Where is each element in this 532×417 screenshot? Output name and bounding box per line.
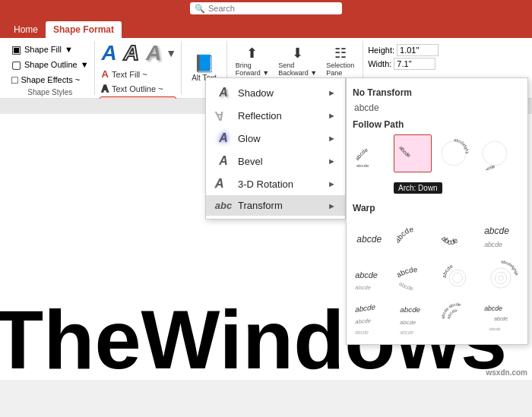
svg-text:abcde: abcde [484, 241, 502, 248]
warp-item-4[interactable]: abcde abcde [482, 218, 520, 256]
svg-point-17 [449, 270, 466, 286]
text-fill-icon: A [102, 68, 109, 80]
glow-icon: A [215, 131, 232, 145]
shape-effects-icon: □ [11, 74, 17, 86]
svg-point-6 [483, 141, 507, 166]
svg-point-4 [442, 141, 466, 166]
svg-point-20 [490, 268, 510, 288]
shadow-icon: A [215, 86, 232, 100]
shape-fill-icon: ▣ [11, 43, 21, 55]
send-backward-icon: ⬇ [292, 45, 303, 62]
svg-text:abcde: abcde [356, 234, 382, 245]
follow-path-grid: abcde abcde abcde abcdefghij [353, 134, 521, 172]
wordart-letter-a3[interactable]: A [144, 41, 163, 65]
alt-text-icon: 📘 [194, 54, 214, 74]
warp-item-1[interactable]: abcde [353, 218, 391, 256]
svg-text:abcde: abcde [442, 263, 454, 278]
svg-text:abcdefghij: abcdefghij [454, 137, 470, 153]
bring-forward-icon: ⬆ [246, 45, 258, 62]
text-effects-dropdown: A Shadow ► A Reflection ► A Glow ► A Bev… [205, 77, 346, 220]
transform-arrow-icon: ► [328, 201, 336, 210]
menu-item-reflection[interactable]: A Reflection ► [206, 104, 345, 127]
shape-styles-group: ▣ Shape Fill ▼ ▢ Shape Outline ▼ □ Shape… [6, 41, 95, 95]
svg-point-21 [495, 272, 506, 283]
menu-item-3d-rotation[interactable]: A 3-D Rotation ► [206, 172, 345, 195]
height-input[interactable] [397, 44, 439, 56]
svg-point-18 [452, 273, 462, 283]
search-bar[interactable]: 🔍 [190, 2, 342, 14]
shape-outline-button[interactable]: ▢ Shape Outline ▼ [9, 58, 91, 71]
glow-arrow-icon: ► [328, 134, 336, 143]
watermark: wsxdn.com [486, 368, 527, 377]
arch-down-tooltip: Arch: Down [394, 182, 442, 194]
warp-item-8[interactable]: abcdefghijk [482, 259, 520, 297]
warp-item-3[interactable]: abcde [439, 218, 477, 256]
warp-item-11[interactable]: abcde·abcde· abcde· [439, 300, 477, 338]
svg-text:abcde: abcde [400, 319, 416, 326]
bring-forward-button[interactable]: ⬆ BringForward ▼ [232, 43, 273, 79]
no-transform-label: No Transform [353, 87, 521, 98]
text-outline-button[interactable]: A Text Outline ~ [100, 82, 177, 95]
bevel-icon: A [215, 154, 232, 168]
tabs-bar: Home Shape Format [0, 17, 532, 38]
width-input[interactable] [394, 58, 435, 70]
svg-text:abcde: abcde [400, 330, 413, 335]
width-label: Width: [368, 59, 391, 68]
svg-text:abcde: abcde [355, 317, 371, 326]
warp-item-9[interactable]: abcde abcde abcde [353, 300, 391, 338]
3d-rotation-icon: A [215, 176, 231, 191]
shape-fill-button[interactable]: ▣ Shape Fill ▼ [9, 43, 91, 56]
search-input[interactable] [208, 4, 337, 13]
warp-item-5[interactable]: abcde abcde [353, 259, 391, 297]
shape-effects-button[interactable]: □ Shape Effects ~ [9, 73, 91, 87]
wordart-styles-group: A A A ▼ A Text Fill ~ A Text Outline ~ A… [95, 41, 182, 95]
shape-outline-icon: ▢ [11, 58, 21, 71]
bevel-arrow-icon: ► [328, 156, 336, 166]
shape-styles-label: Shape Styles [9, 88, 91, 98]
warp-item-6[interactable]: abcde abcde [396, 259, 434, 297]
arch-down-item[interactable]: abcde [394, 134, 432, 172]
selection-pane-button[interactable]: ☷ SelectionPane [322, 43, 358, 79]
wordart-letter-a1[interactable]: A [100, 41, 119, 65]
send-backward-button[interactable]: ⬇ SendBackward ▼ [274, 43, 321, 79]
tab-shape-format[interactable]: Shape Format [46, 21, 122, 38]
shadow-arrow-icon: ► [328, 88, 336, 97]
transform-icon: abc [215, 200, 232, 211]
height-label: Height: [368, 46, 394, 55]
wordart-letters: A A A ▼ [100, 41, 177, 65]
title-bar: 🔍 [0, 0, 532, 17]
arch-up-item[interactable]: abcde abcde [353, 134, 391, 172]
warp-label: Warp [353, 203, 521, 213]
menu-item-bevel[interactable]: A Bevel ► [206, 150, 345, 172]
menu-item-shadow[interactable]: A Shadow ► [206, 81, 345, 104]
svg-text:abcde: abcde [484, 226, 509, 236]
reflection-arrow-icon: ► [328, 111, 336, 120]
svg-text:abcde: abcde [398, 145, 411, 158]
wordart-letter-a2[interactable]: A [122, 41, 141, 65]
svg-text:abcde: abcde [400, 305, 420, 314]
svg-text:abcde: abcde [440, 234, 460, 246]
svg-text:abcde: abcde [356, 163, 369, 168]
circle-item[interactable]: abcdefghij [435, 134, 473, 172]
no-transform-preview: abcde [353, 103, 521, 113]
svg-text:abcde: abcde [355, 270, 378, 280]
menu-item-transform[interactable]: abc Transform ► [206, 195, 345, 216]
text-outline-icon: A [102, 83, 109, 94]
selection-pane-icon: ☷ [334, 45, 347, 62]
tab-home[interactable]: Home [6, 21, 46, 38]
3d-rotation-arrow-icon: ► [328, 179, 336, 188]
svg-text:abcde: abcde [397, 225, 414, 245]
circle-reverse-item[interactable]: abcdefghij [476, 134, 514, 172]
warp-item-12[interactable]: abcde abcde abcde [482, 300, 520, 338]
svg-text:abcde: abcde [355, 330, 369, 335]
svg-text:abcde: abcde [397, 280, 413, 292]
reflection-icon: A [215, 109, 232, 122]
warp-item-7[interactable]: abcde [439, 259, 477, 297]
menu-item-glow[interactable]: A Glow ► [206, 127, 345, 150]
text-fill-button[interactable]: A Text Fill ~ [100, 68, 177, 81]
warp-item-2[interactable]: abcde [396, 218, 434, 256]
svg-text:abcde: abcde [355, 147, 369, 161]
transform-submenu: No Transform abcde Follow Path abcde abc… [346, 77, 528, 345]
wordart-expand-btn[interactable]: ▼ [166, 47, 176, 59]
warp-item-10[interactable]: abcde abcde abcde [396, 300, 434, 338]
